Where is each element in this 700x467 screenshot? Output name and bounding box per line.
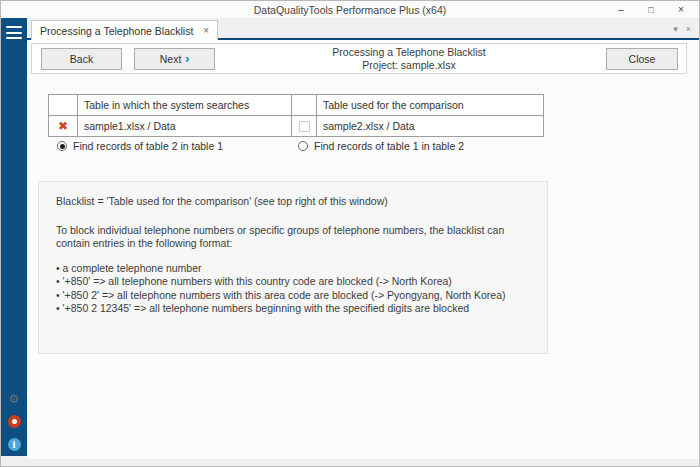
info-bullet: • '+850' => all telephone numbers with t… <box>56 275 530 289</box>
menu-icon-bar <box>6 37 22 39</box>
blacklist-info-box: Blacklist = 'Table used for the comparis… <box>38 181 548 354</box>
info-bullet: • '+850 2' => all telephone numbers with… <box>56 289 530 303</box>
menu-icon-bar <box>6 32 22 34</box>
tab-bar: Processing a Telephone Blacklist × ▾ × <box>27 18 699 40</box>
radio-unselected-icon <box>298 141 308 151</box>
page-title-line1: Processing a Telephone Blacklist <box>232 46 586 59</box>
info-line-2: To block individual telephone numbers or… <box>56 224 530 251</box>
radio-find-table2-in-table1[interactable]: Find records of table 2 in table 1 <box>57 140 223 152</box>
table-row: ✖ sample1.xlsx / Data sample2.xlsx / Dat… <box>49 116 544 137</box>
tab-bar-controls: ▾ × <box>673 20 691 38</box>
next-button[interactable]: Next › <box>134 48 215 70</box>
window-controls: – □ × <box>606 1 696 18</box>
tab-overflow-icon[interactable]: ▾ <box>673 24 678 34</box>
menu-icon[interactable] <box>6 26 22 39</box>
page-title-line2: Project: sample.xlsx <box>232 59 586 72</box>
minimize-icon[interactable]: – <box>606 1 636 18</box>
radio-label: Find records of table 1 in table 2 <box>314 140 464 152</box>
lifebuoy-help-icon[interactable] <box>8 415 21 428</box>
window-title: DataQualityTools Performance Plus (x64) <box>254 4 447 16</box>
radio-find-table1-in-table2[interactable]: Find records of table 1 in table 2 <box>298 140 464 152</box>
delete-row-icon[interactable]: ✖ <box>58 119 68 133</box>
header-cell-search-table: Table in which the system searches <box>78 95 292 116</box>
sidebar-bottom-icons: ⚙ i <box>1 393 27 451</box>
tables-selection-table: Table in which the system searches Table… <box>48 94 544 137</box>
radio-selected-icon <box>57 141 67 151</box>
radio-label: Find records of table 2 in table 1 <box>73 140 223 152</box>
close-button[interactable]: Close <box>606 48 678 70</box>
info-icon[interactable]: i <box>8 438 21 451</box>
table-header-row: Table in which the system searches Table… <box>49 95 544 116</box>
sidebar: ⚙ i <box>1 18 27 456</box>
title-bar: DataQualityTools Performance Plus (x64) … <box>1 1 699 18</box>
main-content: Back Next › Processing a Telephone Black… <box>27 40 699 459</box>
info-line-1: Blacklist = 'Table used for the comparis… <box>56 195 530 209</box>
back-button[interactable]: Back <box>41 48 122 70</box>
tab-label: Processing a Telephone Blacklist <box>40 25 193 37</box>
maximize-icon[interactable]: □ <box>636 1 666 18</box>
next-button-label: Next <box>160 53 182 65</box>
header-cell-checkbox <box>292 95 317 116</box>
tab-processing-telephone-blacklist[interactable]: Processing a Telephone Blacklist × <box>31 20 218 40</box>
menu-icon-bar <box>6 26 22 28</box>
tab-bar-close-icon[interactable]: × <box>686 24 691 34</box>
wizard-header: Back Next › Processing a Telephone Black… <box>31 43 687 74</box>
search-table-cell: sample1.xlsx / Data <box>78 116 292 137</box>
close-window-icon[interactable]: × <box>666 1 696 18</box>
tab-close-icon[interactable]: × <box>203 26 209 36</box>
header-cell-delete <box>49 95 78 116</box>
header-cell-comparison-table: Table used for the comparison <box>317 95 544 116</box>
info-bullet-list: • a complete telephone number • '+850' =… <box>56 262 530 316</box>
back-button-label: Back <box>70 53 93 65</box>
chevron-right-icon: › <box>185 53 189 65</box>
delete-cell: ✖ <box>49 116 78 137</box>
close-button-label: Close <box>629 53 656 65</box>
comparison-table-cell: sample2.xlsx / Data <box>317 116 544 137</box>
row-checkbox[interactable] <box>299 121 310 132</box>
app-window: DataQualityTools Performance Plus (x64) … <box>0 0 700 467</box>
info-bullet: • '+850 2 12345' => all telephone number… <box>56 302 530 316</box>
search-direction-options: Find records of table 2 in table 1 Find … <box>27 140 687 154</box>
page-title: Processing a Telephone Blacklist Project… <box>232 46 586 72</box>
info-bullet: • a complete telephone number <box>56 262 530 276</box>
gear-icon[interactable]: ⚙ <box>9 393 20 405</box>
checkbox-cell <box>292 116 317 137</box>
